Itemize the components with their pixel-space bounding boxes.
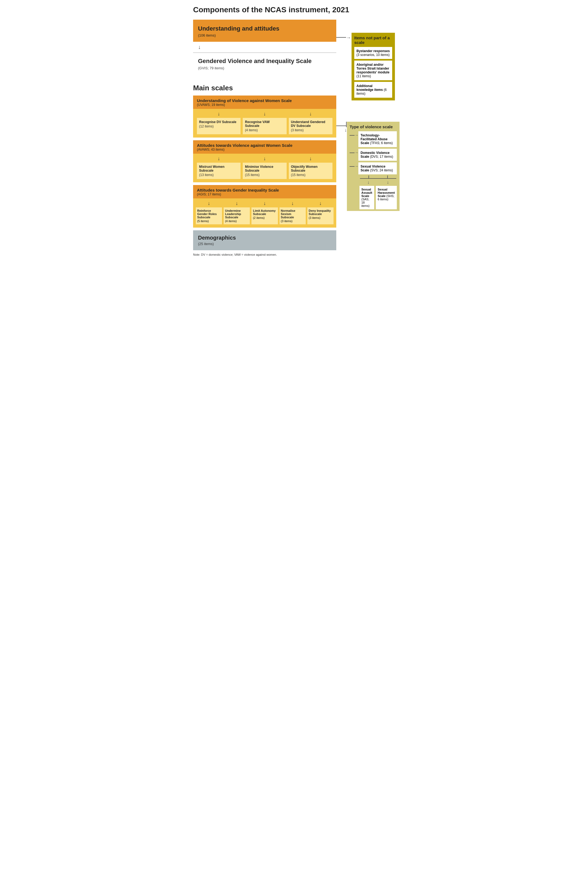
agis-subscale-3: Limit Autonomy Subscale (2 items) [252,207,278,224]
tov-item-dvs: Domestic Violence Scale (DVS; 17 items) [358,149,397,161]
tov-section: ↓ Type of violence scale → Technology-Fa… [336,122,395,211]
agis-arrow-5: ↓ [308,201,333,206]
demographics-sub: (25 items) [198,242,332,246]
agis-title: Attitudes towards Gender Inequality Scal… [197,188,333,192]
items-not-scale-section: → Items not part of a scale Bystander re… [336,33,395,101]
avaws-block: Attitudes towards Violence against Women… [193,140,336,182]
demographics-title: Demographics [198,235,332,241]
agis-subscale-1: Reinforce Gender Roles Subscale (5 items… [196,207,222,224]
ua-title: Understanding and attitudes [198,25,332,32]
avaws-subscale-row: Mistrust Women Subscale (13 items) Minim… [193,163,336,182]
gvis-sub: (GVIS; 79 items) [198,66,332,70]
main-scales-header: Main scales [193,84,336,92]
avaws-arrow-1: ↓ [197,156,240,162]
tov-title: Type of violence scale [350,125,397,129]
items-not-scale-title: Items not part of a scale [354,36,392,45]
agis-subscale-4: Normalise Sexism Subscale (3 items) [279,207,306,224]
tov-item-tfas: Technology-Facilitated Abuse Scale (TFAS… [358,131,397,147]
tov-box: Type of violence scale → Technology-Faci… [347,122,399,211]
gvis-block: Gendered Violence and Inequality Scale (… [193,53,336,75]
note: Note: DV = domestic violence; VAW = viol… [193,253,336,256]
agis-arrow-3: ↓ [252,201,278,206]
uvaws-arrow-3: ↓ [289,111,333,117]
tov-item-svs: Sexual Violence Scale (SVS; 24 items) [358,162,397,174]
main-layout: Understanding and attitudes (106 items) … [193,20,395,256]
svs-sub-sas: Sexual Assault Scale (SAS; 18 items) [360,186,374,209]
items-not-scale-item-3: Additional knowledge items (6 items) [354,82,392,98]
avaws-subscale-3: Objectify Women Subscale (15 items) [289,163,333,179]
agis-subscale-5: Deny Inequality Subscale (3 items) [308,207,333,224]
uvaws-header: Understanding of Violence against Women … [193,96,336,109]
avaws-subscale-1: Mistrust Women Subscale (13 items) [197,163,240,179]
ua-to-gvis-arrow: ↓ [193,42,336,53]
uvaws-arrows: ↓ ↓ ↓ [193,109,336,118]
items-not-scale-item-1: Bystander responses (3 scenarios, 10 ite… [354,47,392,59]
page-title: Components of the NCAS instrument, 2021 [193,6,395,14]
avaws-subscale-2: Minimise Violence Subscale (15 items) [243,163,286,179]
avaws-arrow-2: ↓ [243,156,286,162]
uvaws-subscale-1: Recognise DV Subscale (12 items) [197,118,240,134]
agis-arrow-4: ↓ [279,201,306,206]
uvaws-arrow-1: ↓ [197,111,240,117]
uvaws-subscale-row: Recognise DV Subscale (12 items) Recogni… [193,118,336,138]
agis-subscale-2: Undermine Leadership Subscale (4 items) [224,207,250,224]
agis-block: Attitudes towards Gender Inequality Scal… [193,185,336,228]
avaws-sub: (AVAWS; 43 items) [197,148,333,152]
agis-header: Attitudes towards Gender Inequality Scal… [193,185,336,198]
agis-arrows: ↓ ↓ ↓ ↓ ↓ [193,198,336,207]
avaws-title: Attitudes towards Violence against Women… [197,143,333,148]
uvaws-block: Understanding of Violence against Women … [193,96,336,138]
gvis-title: Gendered Violence and Inequality Scale [198,57,332,65]
agis-arrow-2: ↓ [224,201,250,206]
agis-sub: (AGIS; 17 items) [197,192,333,196]
uvaws-title: Understanding of Violence against Women … [197,98,333,103]
right-column: → Items not part of a scale Bystander re… [336,20,395,256]
svs-sub-shs: Sexual Harassment Scale (SHS; 6 items) [376,186,397,209]
uvaws-subscale-2: Recognise VAW Subscale (4 items) [243,118,286,134]
left-column: Understanding and attitudes (106 items) … [193,20,336,256]
avaws-arrows: ↓ ↓ ↓ [193,154,336,163]
avaws-arrow-3: ↓ [289,156,333,162]
agis-subscale-row: Reinforce Gender Roles Subscale (5 items… [193,207,336,228]
avaws-header: Attitudes towards Violence against Women… [193,140,336,154]
ua-sub: (106 items) [198,33,332,38]
demographics-block: Demographics (25 items) [193,230,336,250]
uvaws-arrow-2: ↓ [243,111,286,117]
agis-arrow-1: ↓ [196,201,222,206]
uvaws-subscale-3: Understand Gendered DV Subscale (3 items… [289,118,333,134]
uvaws-sub: (UVAWS; 19 items) [197,103,333,107]
items-not-scale-box: Items not part of a scale Bystander resp… [351,33,395,101]
ua-block: Understanding and attitudes (106 items) [193,20,336,42]
items-not-scale-item-2: Aboriginal and/or Torres Strait Islander… [354,60,392,80]
